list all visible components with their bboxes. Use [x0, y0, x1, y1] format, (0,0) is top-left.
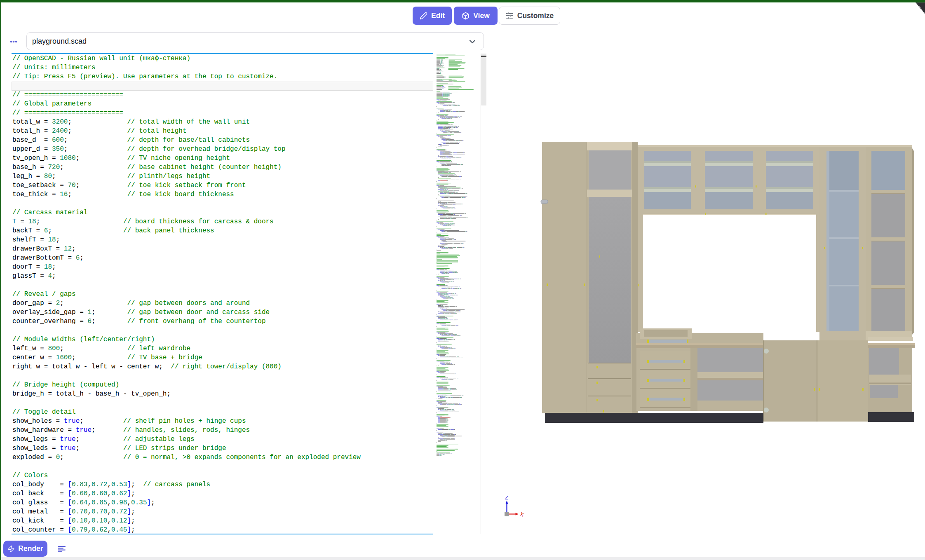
- svg-text:Z: Z: [505, 495, 508, 501]
- svg-text:X: X: [519, 511, 524, 518]
